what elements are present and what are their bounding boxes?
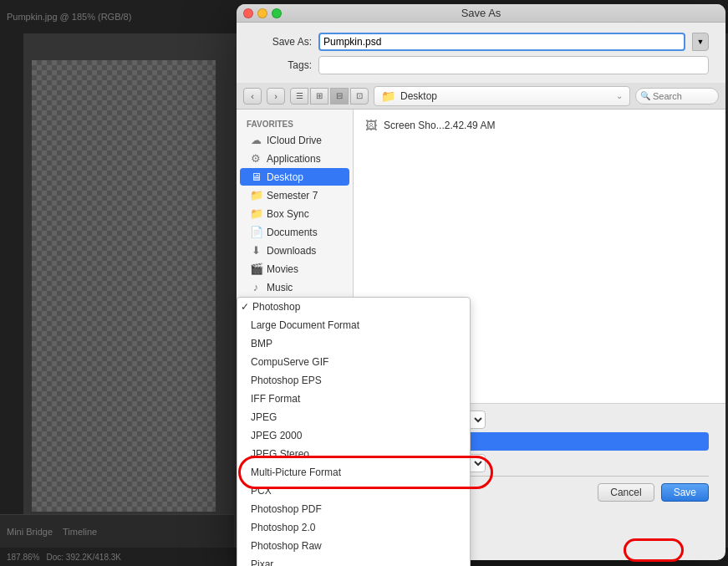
format-eps[interactable]: Photoshop EPS — [237, 371, 470, 390]
movies-icon: 🎬 — [250, 263, 262, 275]
tags-label: Tags: — [253, 59, 312, 71]
sidebar-item-icloud[interactable]: ☁ ICloud Drive — [240, 131, 349, 149]
cancel-button[interactable]: Cancel — [598, 483, 654, 502]
desktop-icon: 🖥 — [250, 171, 262, 183]
applications-label: Applications — [267, 153, 321, 165]
semester7-icon: 📁 — [250, 189, 262, 201]
file-icon: 🖼 — [365, 119, 377, 132]
format-large-doc[interactable]: Large Document Format — [237, 316, 470, 334]
file-item[interactable]: 🖼 Screen Sho...2.42.49 AM — [360, 116, 719, 135]
view-buttons: ☰ ⊞ ⊟ ⊡ — [290, 88, 369, 105]
location-chevron: ⌄ — [616, 91, 623, 100]
format-jpeg2000[interactable]: JPEG 2000 — [237, 426, 470, 445]
sidebar-item-desktop[interactable]: 🖥 Desktop — [240, 168, 349, 186]
file-name: Screen Sho...2.42.49 AM — [384, 120, 495, 131]
tags-row: Tags: — [253, 56, 709, 74]
detail-view-btn[interactable]: ⊞ — [310, 88, 328, 105]
save-button[interactable]: Save — [661, 483, 709, 502]
save-as-row: Save As: ▼ — [253, 33, 709, 51]
dialog-titlebar: Save As — [237, 4, 725, 23]
tags-input[interactable] — [318, 56, 709, 74]
sidebar-item-documents[interactable]: 📄 Documents — [240, 223, 349, 241]
location-bar[interactable]: 📁 Desktop ⌄ — [374, 86, 630, 106]
format-ps-raw[interactable]: Photoshop Raw — [237, 537, 470, 555]
documents-label: Documents — [267, 227, 318, 238]
movies-label: Movies — [267, 263, 298, 275]
favorites-title: Favorites — [237, 116, 353, 130]
format-photoshop[interactable]: ✓ Photoshop — [237, 298, 470, 316]
dialog-title: Save As — [461, 7, 501, 19]
sidebar-item-box-sync[interactable]: 📁 Box Sync — [240, 205, 349, 222]
folder-icon: 📁 — [381, 89, 395, 103]
action-buttons: Cancel Save — [598, 483, 709, 502]
format-multi-picture[interactable]: Multi-Picture Format — [237, 463, 470, 482]
applications-icon: ⚙ — [250, 152, 262, 165]
format-pixar[interactable]: Pixar — [237, 555, 470, 566]
icon-view-btn[interactable]: ⊟ — [330, 88, 349, 105]
desktop-label: Desktop — [267, 171, 303, 183]
dialog-inputs: Save As: ▼ Tags: — [237, 23, 725, 83]
music-label: Music — [267, 282, 293, 293]
save-as-label: Save As: — [253, 36, 312, 48]
box-sync-icon: 📁 — [250, 207, 262, 220]
downloads-icon: ⬇ — [250, 244, 262, 257]
search-wrapper: 🔍 — [635, 88, 719, 105]
column-view-btn[interactable]: ⊡ — [350, 88, 369, 105]
filename-input[interactable] — [318, 33, 685, 51]
box-sync-label: Box Sync — [267, 208, 309, 220]
icloud-label: ICloud Drive — [267, 135, 322, 146]
minimize-button[interactable] — [257, 8, 267, 18]
titlebar-buttons — [243, 8, 282, 18]
close-button[interactable] — [243, 8, 253, 18]
sidebar-item-applications[interactable]: ⚙ Applications — [240, 150, 349, 167]
semester7-label: Semester 7 — [267, 190, 318, 201]
format-jpeg-stereo[interactable]: JPEG Stereo — [237, 445, 470, 463]
back-button[interactable]: ‹ — [243, 88, 262, 105]
format-iff[interactable]: IFF Format — [237, 390, 470, 408]
documents-icon: 📄 — [250, 226, 262, 238]
list-view-btn[interactable]: ☰ — [290, 88, 308, 105]
format-jpeg[interactable]: JPEG — [237, 408, 470, 426]
search-icon: 🔍 — [640, 91, 650, 100]
sidebar-item-semester7[interactable]: 📁 Semester 7 — [240, 186, 349, 204]
format-gif[interactable]: CompuServe GIF — [237, 353, 470, 371]
downloads-label: Downloads — [267, 245, 316, 257]
format-dropdown: ✓ Photoshop Large Document Format BMP Co… — [237, 297, 471, 566]
format-pcx[interactable]: PCX — [237, 482, 470, 500]
maximize-button[interactable] — [272, 8, 282, 18]
location-text: Desktop — [400, 90, 437, 102]
sidebar-item-movies[interactable]: 🎬 Movies — [240, 260, 349, 278]
icloud-icon: ☁ — [250, 134, 262, 146]
expand-button[interactable]: ▼ — [692, 33, 709, 51]
sidebar-item-downloads[interactable]: ⬇ Downloads — [240, 242, 349, 259]
forward-button[interactable]: › — [267, 88, 285, 105]
browser-toolbar: ‹ › ☰ ⊞ ⊟ ⊡ 📁 Desktop ⌄ 🔍 — [237, 83, 725, 110]
music-icon: ♪ — [250, 281, 262, 293]
sidebar-item-music[interactable]: ♪ Music — [240, 278, 349, 296]
format-pdf[interactable]: Photoshop PDF — [237, 500, 470, 518]
format-ps2[interactable]: Photoshop 2.0 — [237, 518, 470, 537]
format-bmp[interactable]: BMP — [237, 334, 470, 353]
